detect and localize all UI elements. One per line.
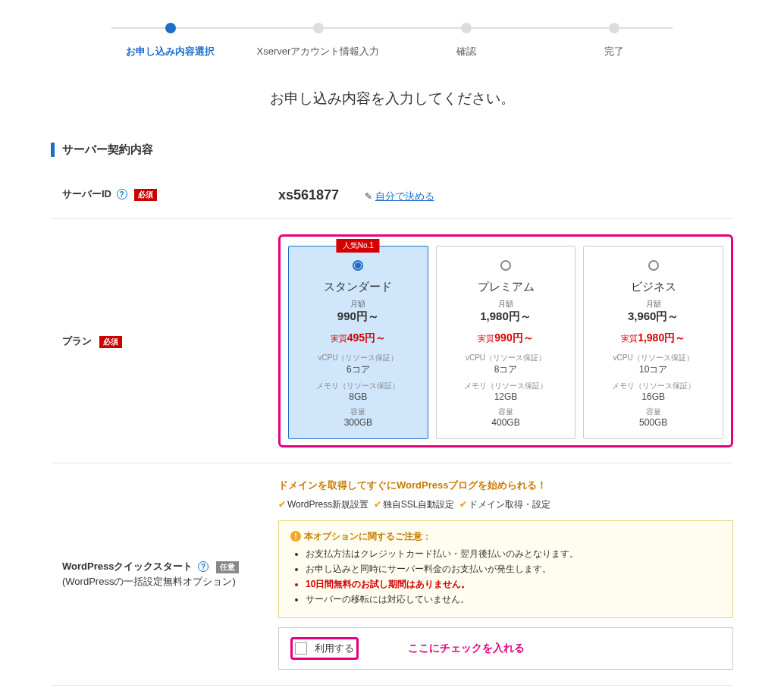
decide-yourself-link[interactable]: ✎自分で決める xyxy=(365,190,434,202)
row-quickstart: WordPressクイックスタート ? 任意 (WordPressの一括設定無料… xyxy=(51,463,733,686)
page-title: お申し込み内容を入力してください。 xyxy=(51,89,733,108)
plan-storage: 500GB xyxy=(590,417,717,428)
label-plan: プラン 必須 xyxy=(51,334,278,348)
label-quickstart: WordPressクイックスタート ? 任意 (WordPressの一括設定無料… xyxy=(51,560,278,589)
plan-mem: 12GB xyxy=(443,391,569,402)
notice-item: 10日間無料のお試し期間はありません。 xyxy=(306,578,721,591)
help-icon[interactable]: ? xyxy=(117,189,127,199)
notice-box: !本オプションに関するご注意： お支払方法はクレジットカード払い・翌月後払いのみ… xyxy=(278,520,733,618)
plan-name: スタンダード xyxy=(295,280,422,294)
plan-price: 3,960円～ xyxy=(590,309,717,324)
plan-storage: 300GB xyxy=(295,417,422,428)
popular-badge: 人気No.1 xyxy=(337,239,380,253)
checkbox-highlight-frame: 利用する xyxy=(290,637,359,660)
plan-cpu: 6コア xyxy=(295,363,422,376)
check-icon: ✔ xyxy=(278,499,286,510)
check-icon: ✔ xyxy=(459,499,467,510)
plan-radio[interactable] xyxy=(500,260,511,271)
help-icon[interactable]: ? xyxy=(198,561,209,572)
notice-title: !本オプションに関するご注意： xyxy=(290,530,721,543)
promo-headline: ドメインを取得してすぐにWordPressブログを始められる！ xyxy=(278,479,733,492)
check-icon: ✔ xyxy=(374,499,381,510)
step-dot-icon xyxy=(609,23,619,33)
notice-item: お支払方法はクレジットカード払い・翌月後払いのみとなります。 xyxy=(306,548,721,561)
step-2: Xserverアカウント情報入力 xyxy=(244,23,392,58)
section-heading: サーバー契約内容 xyxy=(51,143,733,157)
required-badge: 必須 xyxy=(99,336,122,348)
warning-icon: ! xyxy=(290,531,301,542)
plan-actual-price: 実質1,980円～ xyxy=(590,331,717,345)
plan-monthly-label: 月額 xyxy=(590,299,717,309)
step-dot-icon xyxy=(313,23,324,33)
step-dot-icon xyxy=(461,23,472,33)
plan-price: 990円～ xyxy=(295,309,422,324)
plan-actual-price: 実質990円～ xyxy=(443,331,569,345)
plan-mem: 8GB xyxy=(295,391,422,402)
optional-badge: 任意 xyxy=(216,561,239,573)
plan-mem: 16GB xyxy=(590,391,717,402)
plan-storage: 400GB xyxy=(443,417,569,428)
plan-card-1[interactable]: プレミアム月額1,980円～実質990円～vCPU（リソース保証）8コアメモリ（… xyxy=(436,246,576,439)
label-server-id: サーバーID ? 必須 xyxy=(51,187,278,201)
plan-card-0[interactable]: 人気No.1スタンダード月額990円～実質495円～vCPU（リソース保証）6コ… xyxy=(288,246,428,439)
promo-features: ✔WordPress新規設置 ✔独自SSL自動設定 ✔ドメイン取得・設定 xyxy=(278,498,733,511)
step-dot-icon xyxy=(165,23,176,33)
use-checkbox[interactable] xyxy=(295,642,307,655)
plans-highlight-frame: 人気No.1スタンダード月額990円～実質495円～vCPU（リソース保証）6コ… xyxy=(278,234,733,447)
plan-cpu: 10コア xyxy=(590,363,717,376)
plan-name: ビジネス xyxy=(590,280,717,294)
plan-cpu: 8コア xyxy=(443,363,569,376)
step-4: 完了 xyxy=(540,23,688,58)
plan-price: 1,980円～ xyxy=(443,309,569,324)
row-plan: プラン 必須 人気No.1スタンダード月額990円～実質495円～vCPU（リソ… xyxy=(51,219,733,463)
pencil-icon: ✎ xyxy=(365,191,372,202)
notice-item: お申し込みと同時にサーバー料金のお支払いが発生します。 xyxy=(306,563,721,576)
use-option-box[interactable]: 利用する ここにチェックを入れる xyxy=(278,627,733,670)
plan-monthly-label: 月額 xyxy=(443,299,569,309)
plan-radio[interactable] xyxy=(648,260,659,271)
step-1: お申し込み内容選択 xyxy=(96,23,244,58)
plan-card-2[interactable]: ビジネス月額3,960円～実質1,980円～vCPU（リソース保証）10コアメモ… xyxy=(583,246,723,439)
step-3: 確認 xyxy=(392,23,540,58)
plan-radio[interactable] xyxy=(353,260,363,271)
server-id-value: xs561877 xyxy=(278,187,339,203)
value-server-id: xs561877 ✎自分で決める xyxy=(278,187,733,203)
required-badge: 必須 xyxy=(134,189,157,201)
plan-monthly-label: 月額 xyxy=(295,299,422,309)
annotation-text: ここにチェックを入れる xyxy=(408,642,525,655)
plan-actual-price: 実質495円～ xyxy=(295,331,422,345)
notice-item: サーバーの移転には対応していません。 xyxy=(306,593,721,606)
plan-name: プレミアム xyxy=(443,280,569,294)
progress-steps: お申し込み内容選択 Xserverアカウント情報入力 確認 完了 xyxy=(96,23,688,58)
row-server-id: サーバーID ? 必須 xs561877 ✎自分で決める xyxy=(51,172,733,219)
use-label: 利用する xyxy=(315,642,354,655)
